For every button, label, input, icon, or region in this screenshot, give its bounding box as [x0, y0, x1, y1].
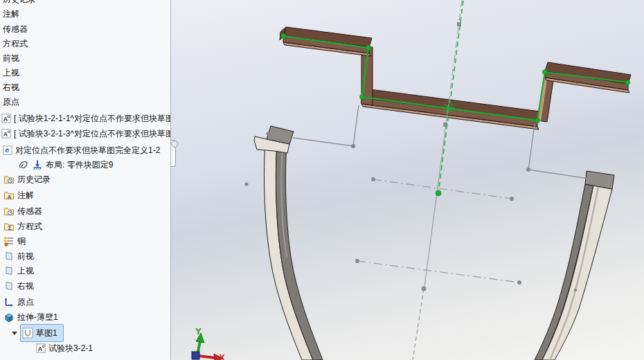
material-icon: [3, 235, 15, 246]
sketch1-selection[interactable]: 草图1: [20, 324, 64, 342]
tree-item-top-plane-top[interactable]: 上视: [0, 65, 170, 80]
sketch-point[interactable]: [267, 132, 270, 136]
block-icon: A: [1, 129, 11, 138]
sketch-point[interactable]: [422, 287, 427, 291]
sketch-point[interactable]: [245, 183, 249, 186]
sensors-folder-icon: [3, 206, 15, 217]
sketch-point[interactable]: [574, 289, 577, 291]
chevron-down-icon[interactable]: [12, 332, 17, 335]
tree-item-top-plane[interactable]: 上视: [0, 263, 170, 278]
x-axis-arrow: [199, 356, 215, 358]
green-centerline[interactable]: [438, 1, 463, 193]
history-folder-icon: [3, 174, 15, 185]
annotations-folder-icon: A: [3, 190, 15, 201]
tree-item-equations[interactable]: Σ 方程式: [0, 219, 170, 234]
left-connector-line[interactable]: [293, 105, 359, 146]
block-icon: A: [1, 114, 11, 123]
tree-item-sensors[interactable]: 传感器: [0, 204, 170, 219]
tree-item-equations-top[interactable]: 方程式: [0, 36, 170, 51]
tree-item-history[interactable]: 历史记录: [0, 172, 170, 187]
tree-item-sketch1[interactable]: 草图1: [0, 325, 170, 341]
svg-text:A: A: [38, 345, 43, 352]
sketch-point[interactable]: [526, 168, 530, 172]
svg-text:A: A: [8, 194, 12, 200]
feature-tree-panel: 历史记录 注解 传感器 方程式 前视 上视 右视 原点 A [ 试验块1-2-1…: [0, 0, 171, 360]
tree-item-block-1-2-1-1[interactable]: A [ 试验块1-2-1-1^对定位点不作要求但块草图完全定义1-2: [0, 111, 170, 126]
y-axis-label: Y: [195, 326, 202, 336]
endpoint[interactable]: [510, 197, 514, 201]
selected-sketch[interactable]: [281, 1, 630, 196]
paperclip-icon: [18, 159, 29, 170]
relation-marker: [457, 22, 461, 26]
panel-knob[interactable]: [171, 141, 178, 147]
paperclip-block-icon: [3, 145, 12, 155]
orientation-triad: Y X: [192, 326, 225, 360]
tree-item-block-sketch-defined[interactable]: 对定位点不作要求但块草图完全定义1-2: [0, 143, 170, 158]
right-connector-line[interactable]: [528, 125, 589, 179]
tree-item-right-plane-top[interactable]: 右视: [0, 80, 170, 95]
tree-item-origin[interactable]: 原点: [0, 294, 170, 309]
vertical-centerline-lower[interactable]: [413, 289, 424, 360]
tree-item-front-plane-top[interactable]: 前视: [0, 51, 170, 66]
triad-origin-cube: [192, 352, 199, 359]
tree-item-front-plane[interactable]: 前视: [0, 249, 170, 264]
tree-item-layout-fixed-block[interactable]: 布局: 零件块固定9: [0, 157, 170, 172]
solidworks-window: { "tree": { "rows": [ {"label":"历史记录","i…: [0, 0, 644, 360]
svg-text:A: A: [3, 131, 8, 138]
tree-item-origin-top[interactable]: 原点: [0, 94, 170, 109]
sketch-icon: [22, 327, 33, 339]
endpoint[interactable]: [517, 280, 521, 285]
equations-folder-icon: Σ: [3, 221, 15, 232]
tree-item-block-3-2-1[interactable]: A 试验块3-2-1: [0, 341, 170, 356]
extrude-thin-icon: [3, 312, 15, 323]
origin-icon: [3, 296, 15, 307]
bowl-body[interactable]: [254, 126, 614, 360]
svg-text:Σ: Σ: [8, 224, 12, 231]
x-axis-label: X: [219, 352, 225, 360]
tree-item-block-3-2-1-3[interactable]: A [ 试验块3-2-1-3^对定位点不作要求但块草图完全定义1-2: [0, 126, 170, 141]
anchor-icon: [32, 159, 43, 170]
tree-item-right-plane[interactable]: 右视: [0, 278, 170, 294]
block-icon: A: [36, 343, 46, 353]
construction-lines[interactable]: [355, 0, 521, 360]
plane-icon: [3, 265, 15, 276]
horizontal-centerline-lower[interactable]: [357, 261, 519, 282]
endpoint[interactable]: [371, 177, 375, 181]
tree-item-sensors-top[interactable]: 传感器: [0, 21, 170, 37]
plane-icon: [3, 280, 15, 291]
plane-icon: [3, 251, 15, 262]
sketch-point[interactable]: [351, 144, 355, 148]
tree-item-annotations[interactable]: A 注解: [0, 188, 170, 203]
endpoint[interactable]: [355, 259, 359, 263]
tree-item-extrude-thin1[interactable]: 拉伸-薄壁1: [0, 309, 170, 325]
svg-text:A: A: [3, 116, 8, 123]
tree-item-material-copper[interactable]: 铜: [0, 233, 170, 249]
vertical-centerline-upper[interactable]: [449, 0, 462, 104]
tree-item-annotations-top[interactable]: 注解: [0, 6, 170, 21]
horizontal-centerline-upper[interactable]: [373, 179, 512, 199]
